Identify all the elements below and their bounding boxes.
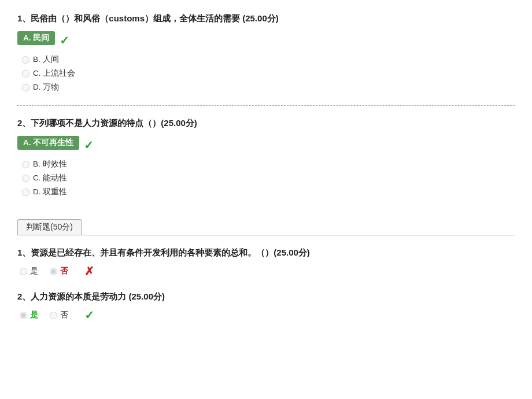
tf2-option-yes: 是 <box>20 310 38 320</box>
q2-label-c: C. 能动性 <box>33 173 67 183</box>
q2-radio-d[interactable] <box>22 189 29 196</box>
q2-label-b: B. 时效性 <box>33 159 67 169</box>
divider-1 <box>17 105 515 106</box>
q1-selected-row: A. 民间 ✓ <box>17 31 515 50</box>
q1-radio-b[interactable] <box>22 56 29 64</box>
q2-option-b: B. 时效性 <box>22 159 515 169</box>
q2-radio-b[interactable] <box>22 161 29 168</box>
tf2-option-no: 否 <box>50 310 68 320</box>
q1-title: 1、民俗由（）和风俗（customs）组成，全体生活的需要 (25.00分) <box>17 12 515 25</box>
q1-option-c: C. 上流社会 <box>22 68 515 79</box>
q2-option-c: C. 能动性 <box>22 173 515 183</box>
q1-label-d: D. 万物 <box>33 82 59 93</box>
tf1-radio-yes[interactable] <box>20 268 27 275</box>
tf2-yes-label: 是 <box>30 310 38 320</box>
tf1-option-no: 否 <box>50 266 68 276</box>
tf2-no-label: 否 <box>60 310 68 320</box>
q1-correct-icon: ✓ <box>60 35 69 46</box>
q1-option-d: D. 万物 <box>22 82 515 93</box>
tf1-title: 1、资源是已经存在、并且有条件开发利用的各种要素的总和。（）(25.00分) <box>17 246 515 260</box>
q2-option-d: D. 双重性 <box>22 187 515 197</box>
tf2-radio-no[interactable] <box>50 312 57 319</box>
question-1: 1、民俗由（）和风俗（customs）组成，全体生活的需要 (25.00分) A… <box>17 12 515 93</box>
q1-radio-d[interactable] <box>22 84 29 91</box>
tf2-correct-icon: ✓ <box>84 309 94 321</box>
q1-option-b: B. 人间 <box>22 54 515 65</box>
q1-radio-c[interactable] <box>22 70 29 77</box>
tf2-title: 2、人力资源的本质是劳动力 (25.00分) <box>17 290 515 304</box>
tf1-options-row: 是 否 ✗ <box>20 265 515 277</box>
tf1-radio-no[interactable] <box>50 268 57 275</box>
tf1-wrong-icon: ✗ <box>84 265 94 277</box>
q1-label-c: C. 上流社会 <box>33 68 75 79</box>
tf-question-1: 1、资源是已经存在、并且有条件开发利用的各种要素的总和。（）(25.00分) 是… <box>17 246 515 277</box>
tf-section-tab: 判断题(50分) <box>17 219 82 235</box>
tf1-yes-label: 是 <box>30 266 38 276</box>
tf-section-header: 判断题(50分) <box>17 219 515 235</box>
q2-radio-c[interactable] <box>22 175 29 182</box>
tf1-no-label: 否 <box>60 266 68 276</box>
q2-selected-row: A. 不可再生性 ✓ <box>17 136 515 154</box>
q2-label-d: D. 双重性 <box>33 187 67 197</box>
q2-title: 2、下列哪项不是人力资源的特点（）(25.00分) <box>17 116 515 130</box>
q1-selected-option: A. 民间 <box>17 31 55 45</box>
question-2: 2、下列哪项不是人力资源的特点（）(25.00分) A. 不可再生性 ✓ B. … <box>17 116 515 197</box>
tf2-options-row: 是 否 ✓ <box>20 309 515 321</box>
tf-question-2: 2、人力资源的本质是劳动力 (25.00分) 是 否 ✓ <box>17 290 515 321</box>
q2-selected-option: A. 不可再生性 <box>17 136 79 150</box>
tf1-option-yes: 是 <box>20 266 38 276</box>
tf2-radio-yes[interactable] <box>20 312 27 319</box>
q2-correct-icon: ✓ <box>84 139 94 151</box>
q1-label-b: B. 人间 <box>33 54 59 65</box>
